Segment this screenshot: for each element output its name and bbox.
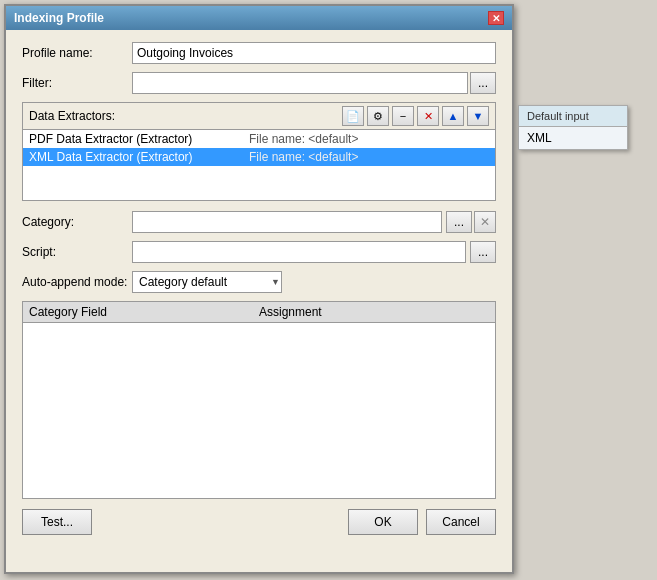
auto-append-row: Auto-append mode: Category default Alway… (22, 271, 496, 293)
titlebar: Indexing Profile ✕ (6, 6, 512, 30)
extractor-down-button[interactable]: ▼ (467, 106, 489, 126)
extractor-remove-button[interactable]: − (392, 106, 414, 126)
auto-append-select[interactable]: Category default Always Never (132, 271, 282, 293)
extractor-row-pdf[interactable]: PDF Data Extractor (Extractor) File name… (23, 130, 495, 148)
test-button[interactable]: Test... (22, 509, 92, 535)
extractor-detail-pdf: File name: <default> (249, 132, 489, 146)
window-title: Indexing Profile (14, 11, 104, 25)
table-body (23, 323, 495, 498)
profile-name-input[interactable] (132, 42, 496, 64)
script-row: Script: ... (22, 241, 496, 263)
extractor-name-pdf: PDF Data Extractor (Extractor) (29, 132, 249, 146)
script-browse-icon: ... (478, 245, 488, 259)
script-browse-button[interactable]: ... (470, 241, 496, 263)
auto-append-dropdown-wrapper: Category default Always Never ▼ (132, 271, 282, 293)
extractors-section: Data Extractors: 📄 ⚙ − ✕ ▲ ▼ PDF Data Ex… (22, 102, 496, 201)
window-body: Profile name: Filter: ... Data Extractor… (6, 30, 512, 547)
col-category-header: Category Field (29, 305, 259, 319)
footer-right-buttons: OK Cancel (348, 509, 496, 535)
category-delete-icon: ✕ (480, 215, 490, 229)
extractors-label: Data Extractors: (29, 109, 339, 123)
extractor-up-button[interactable]: ▲ (442, 106, 464, 126)
category-browse-button[interactable]: ... (446, 211, 472, 233)
filter-browse-button[interactable]: ... (470, 72, 496, 94)
assignment-table: Category Field Assignment (22, 301, 496, 499)
cancel-button[interactable]: Cancel (426, 509, 496, 535)
extractor-settings-button[interactable]: ⚙ (367, 106, 389, 126)
extractor-list: PDF Data Extractor (Extractor) File name… (23, 130, 495, 200)
category-row: Category: ... ✕ (22, 211, 496, 233)
script-input[interactable] (132, 241, 466, 263)
category-label: Category: (22, 215, 132, 229)
category-buttons: ... ✕ (444, 211, 496, 233)
script-buttons: ... (468, 241, 496, 263)
col-assignment-header: Assignment (259, 305, 489, 319)
extractor-add-button[interactable]: 📄 (342, 106, 364, 126)
popup-header: Default input (519, 106, 627, 127)
category-browse-icon: ... (454, 215, 464, 229)
filter-input[interactable] (132, 72, 468, 94)
close-button[interactable]: ✕ (488, 11, 504, 25)
extractor-delete-button[interactable]: ✕ (417, 106, 439, 126)
auto-append-label: Auto-append mode: (22, 275, 132, 289)
category-input[interactable] (132, 211, 442, 233)
extractor-row-xml[interactable]: XML Data Extractor (Extractor) File name… (23, 148, 495, 166)
filter-label: Filter: (22, 76, 132, 90)
category-delete-button[interactable]: ✕ (474, 211, 496, 233)
profile-name-row: Profile name: (22, 42, 496, 64)
ok-button[interactable]: OK (348, 509, 418, 535)
popup-panel: Default input XML (518, 105, 628, 150)
profile-name-label: Profile name: (22, 46, 132, 60)
extractor-detail-xml: File name: <default> (249, 150, 489, 164)
footer-buttons: Test... OK Cancel (22, 509, 496, 535)
extractor-name-xml: XML Data Extractor (Extractor) (29, 150, 249, 164)
extractors-header: Data Extractors: 📄 ⚙ − ✕ ▲ ▼ (23, 103, 495, 130)
filter-row: Filter: ... (22, 72, 496, 94)
popup-item-xml[interactable]: XML (519, 127, 627, 149)
main-window: Indexing Profile ✕ Profile name: Filter:… (4, 4, 514, 574)
filter-browse-icon: ... (478, 76, 488, 90)
script-label: Script: (22, 245, 132, 259)
table-header: Category Field Assignment (23, 302, 495, 323)
